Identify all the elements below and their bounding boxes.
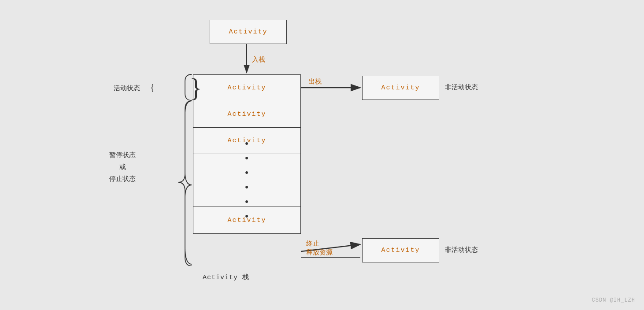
stack-label: Activity 栈 [203, 273, 249, 281]
right-top-activity-label: Activity [381, 84, 420, 92]
paused-state-label: 暂停状态 或 停止状态 [109, 150, 136, 185]
svg-text:释放资源: 释放资源 [306, 249, 333, 257]
svg-text:出栈: 出栈 [308, 78, 322, 86]
right-bottom-activity-label: Activity [381, 247, 420, 254]
inactive-state-top-label: 非活动状态 [445, 83, 478, 92]
diagram-container: Activity Activity Activity Activity • • … [0, 0, 644, 310]
stack-row-dots: • • • • • • [193, 154, 300, 207]
brace-active: } [189, 74, 202, 101]
stack-row-2: Activity [193, 101, 300, 128]
brace-paused [172, 101, 194, 266]
stack-row-2-label: Activity [227, 111, 266, 118]
watermark: CSDN @IH_LZH [592, 297, 635, 303]
svg-text:入栈: 入栈 [252, 56, 265, 64]
stack-row-1-label: Activity [227, 84, 266, 92]
diagram-svg: 入栈 出栈 终止 释放资源 [0, 0, 644, 310]
stack-row-1: Activity [193, 75, 300, 101]
inactive-state-bottom-label: 非活动状态 [445, 246, 478, 254]
top-activity-box: Activity [210, 20, 287, 44]
right-top-activity-box: Activity [362, 76, 439, 100]
stack-row-bottom-label: Activity [227, 217, 266, 224]
top-activity-label: Activity [229, 28, 267, 36]
stack-container: Activity Activity Activity • • • • • • A… [193, 74, 301, 234]
svg-line-5 [301, 244, 360, 251]
right-bottom-activity-box: Activity [362, 238, 439, 262]
svg-text:终止: 终止 [306, 240, 319, 248]
active-state-label: 活动状态 ｛ [114, 81, 155, 93]
